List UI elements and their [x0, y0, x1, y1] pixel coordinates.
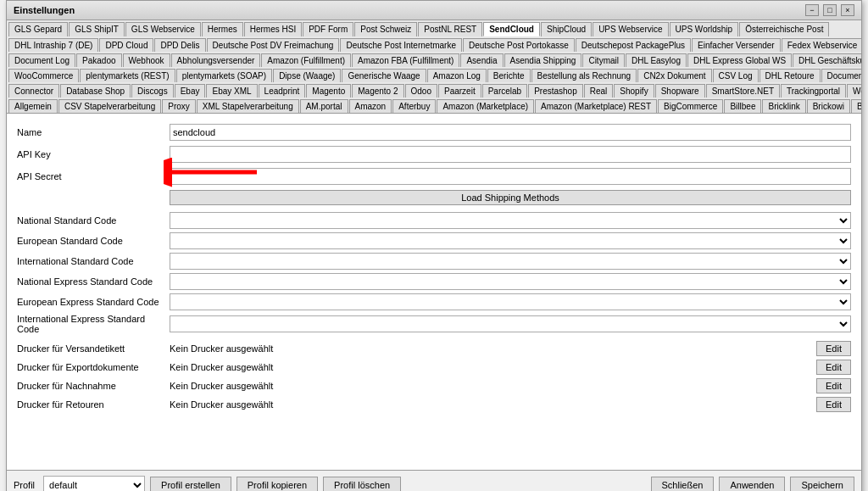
tab-gls-shipit[interactable]: GLS ShipIT — [69, 22, 125, 36]
tab-shopware[interactable]: Shopware — [655, 84, 705, 98]
tab-csv-stapelverarbeitung[interactable]: CSV Stapelverarbeitung — [58, 99, 161, 113]
tab-gls-webservice[interactable]: GLS Webservice — [125, 22, 201, 36]
tab-weclapp[interactable]: Weclapp — [847, 84, 861, 98]
tab-österreichische-post[interactable]: Österreichische Post — [739, 22, 829, 36]
tab-magento-2[interactable]: Magento 2 — [352, 84, 403, 98]
tab-amazon-log[interactable]: Amazon Log — [427, 69, 487, 82]
tab-smartstore.net[interactable]: SmartStore.NET — [706, 84, 780, 98]
tab-dhl-intraship-7-(de)[interactable]: DHL Intraship 7 (DE) — [8, 38, 98, 52]
tab-dhl-express-global-ws[interactable]: DHL Express Global WS — [687, 53, 792, 67]
international-standard-code-select[interactable] — [170, 253, 851, 270]
drucker-nachnahme-edit-button[interactable]: Edit — [816, 378, 851, 393]
tab-dpd-delis[interactable]: DPD Delis — [154, 38, 205, 52]
tab-dipse-(waage)[interactable]: Dipse (Waage) — [273, 69, 341, 82]
tab-pdf-form[interactable]: PDF Form — [303, 22, 353, 36]
tab-amazon[interactable]: Amazon — [349, 99, 392, 113]
tab-brickscout[interactable]: Brickscout — [851, 99, 861, 113]
minimize-button[interactable]: − — [805, 4, 819, 16]
tab-deutsche-post-portokasse[interactable]: Deutsche Post Portokasse — [463, 38, 575, 52]
tab-ebay[interactable]: Ebay — [175, 84, 206, 98]
tab-woocommerce[interactable]: WooCommerce — [8, 69, 79, 82]
tab-hermes[interactable]: Hermes — [202, 22, 243, 36]
tab-allgemein[interactable]: Allgemein — [8, 99, 58, 113]
tab-parcelab[interactable]: Parcelab — [482, 84, 527, 98]
national-standard-code-select[interactable] — [170, 212, 851, 229]
copy-profile-button[interactable]: Profil kopieren — [236, 477, 318, 491]
maximize-button[interactable]: □ — [823, 4, 837, 16]
tab-postnl-rest[interactable]: PostNL REST — [418, 22, 482, 36]
tab-paarzeit[interactable]: Paarzeit — [438, 84, 481, 98]
apply-button[interactable]: Anwenden — [719, 477, 785, 491]
api-secret-input[interactable] — [170, 168, 851, 185]
tab-odoo[interactable]: Odoo — [405, 84, 437, 98]
tab-dhl-geschäftskundenversand[interactable]: DHL Geschäftskundenversand — [793, 53, 861, 67]
drucker-retouren-edit-button[interactable]: Edit — [816, 397, 851, 412]
tab-abholungsversender[interactable]: Abholungsversender — [171, 53, 261, 67]
national-express-standard-code-select[interactable] — [170, 273, 851, 290]
tab-bigcommerce[interactable]: BigCommerce — [658, 99, 723, 113]
drucker-exportdokumente-edit-button[interactable]: Edit — [816, 360, 851, 375]
tab-connector[interactable]: Connector — [8, 84, 59, 98]
tab-sendcloud[interactable]: SendCloud — [483, 22, 540, 36]
tab-einfacher-versender[interactable]: Einfacher Versender — [692, 38, 781, 52]
tab-shipcloud[interactable]: ShipCloud — [541, 22, 592, 36]
tab-fedex-webservice[interactable]: Fedex Webservice — [782, 38, 861, 52]
tab-ebay-xml[interactable]: Ebay XML — [206, 84, 257, 98]
save-button[interactable]: Speichern — [790, 477, 854, 491]
tab-deutsche-post-dv-freimachung[interactable]: Deutsche Post DV Freimachung — [207, 38, 340, 52]
load-shipping-methods-button[interactable]: Load Shipping Methods — [170, 190, 851, 205]
tab-shopify[interactable]: Shopify — [614, 84, 654, 98]
tab-csv-log[interactable]: CSV Log — [713, 69, 759, 82]
close-button[interactable]: × — [841, 4, 854, 16]
tab-deutsche-post-internetmarke[interactable]: Deutsche Post Internetmarke — [340, 38, 462, 52]
tab-trackingportal[interactable]: Trackingportal — [781, 84, 846, 98]
tab-database-shop[interactable]: Database Shop — [60, 84, 131, 98]
international-express-standard-code-select[interactable] — [170, 315, 851, 332]
tab-pakadoo[interactable]: Pakadoo — [76, 53, 121, 67]
close-button[interactable]: Schließen — [651, 477, 715, 491]
tab-amazon-(marketplace)[interactable]: Amazon (Marketplace) — [437, 99, 534, 113]
tab-brickowi[interactable]: Brickowi — [807, 99, 850, 113]
drucker-versandetikett-edit-button[interactable]: Edit — [816, 341, 851, 356]
tab-discogs[interactable]: Discogs — [131, 84, 174, 98]
delete-profile-button[interactable]: Profil löschen — [323, 477, 401, 491]
tab-citymail[interactable]: Citymail — [582, 53, 625, 67]
tab-prestashop[interactable]: Prestashop — [528, 84, 583, 98]
tab-dhl-retoure[interactable]: DHL Retoure — [760, 69, 821, 82]
create-profile-button[interactable]: Profil erstellen — [150, 477, 231, 491]
tab-plentymarkets-(rest)[interactable]: plentymarkets (REST) — [80, 69, 175, 82]
tab-dpd-cloud[interactable]: DPD Cloud — [99, 38, 153, 52]
tab-plentymarkets-(soap)[interactable]: plentymarkets (SOAP) — [176, 69, 272, 82]
tab-generische-waage[interactable]: Generische Waage — [342, 69, 426, 82]
tab-hermes-hsi[interactable]: Hermes HSI — [244, 22, 302, 36]
tab-dhl-easylog[interactable]: DHL Easylog — [626, 53, 687, 67]
european-standard-code-select[interactable] — [170, 232, 851, 249]
tab-asendia-shipping[interactable]: Asendia Shipping — [504, 53, 582, 67]
tab-document-log[interactable]: Document Log — [8, 53, 75, 67]
tab-berichte[interactable]: Berichte — [487, 69, 531, 82]
tab-bestellung-als-rechnung[interactable]: Bestellung als Rechnung — [531, 69, 637, 82]
tab-am.portal[interactable]: AM.portal — [300, 99, 348, 113]
name-input[interactable] — [170, 124, 851, 141]
tab-amazon-(marketplace)-rest[interactable]: Amazon (Marketplace) REST — [535, 99, 657, 113]
tab-afterbuy[interactable]: Afterbuy — [392, 99, 436, 113]
tab-deutschepost-packageplus[interactable]: Deutschepost PackagePlus — [576, 38, 691, 52]
tab-real[interactable]: Real — [584, 84, 614, 98]
tab-gls-gepard[interactable]: GLS Gepard — [8, 22, 68, 36]
profile-select[interactable]: default — [43, 476, 145, 491]
tab-magento[interactable]: Magento — [306, 84, 351, 98]
european-express-standard-code-select[interactable] — [170, 293, 851, 310]
tab-asendia[interactable]: Asendia — [460, 53, 503, 67]
tab-webhook[interactable]: Webhook — [123, 53, 170, 67]
tab-ups-webservice[interactable]: UPS Webservice — [593, 22, 668, 36]
tab-bricklink[interactable]: Bricklink — [762, 99, 805, 113]
tab-leadprint[interactable]: Leadprint — [259, 84, 306, 98]
tab-ups-worldship[interactable]: UPS Worldship — [670, 22, 739, 36]
tab-amazon-fba-(fulfillment)[interactable]: Amazon FBA (Fulfillment) — [352, 53, 459, 67]
tab-amazon-(fulfillment)[interactable]: Amazon (Fulfillment) — [261, 53, 351, 67]
tab-billbee[interactable]: Billbee — [724, 99, 761, 113]
tab-post-schweiz[interactable]: Post Schweiz — [354, 22, 417, 36]
tab-document-downloader[interactable]: Document Downloader — [821, 69, 861, 82]
tab-proxy[interactable]: Proxy — [162, 99, 196, 113]
tab-xml-stapelverarbeitung[interactable]: XML Stapelverarbeitung — [197, 99, 299, 113]
